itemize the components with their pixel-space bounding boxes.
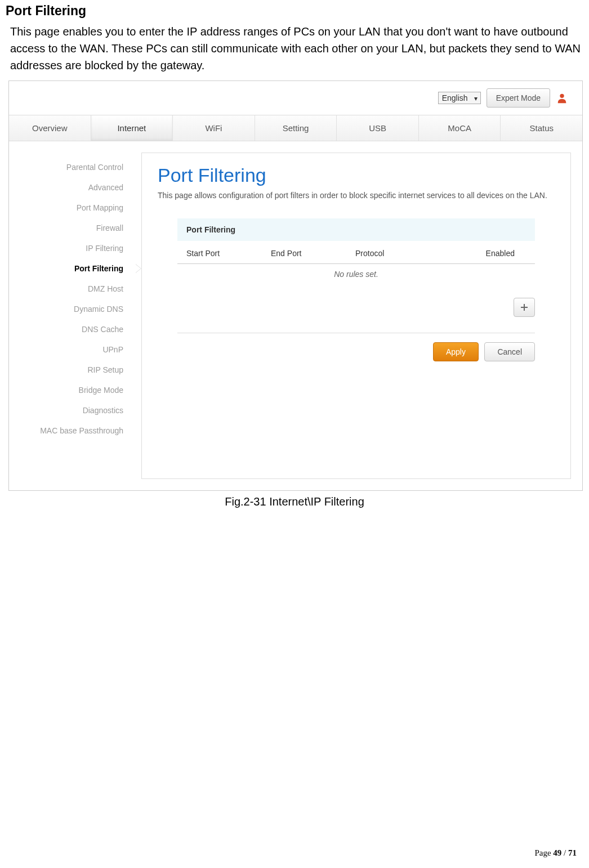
main-nav-tabs: Overview Internet WiFi Setting USB MoCA … bbox=[9, 115, 582, 141]
tab-usb[interactable]: USB bbox=[337, 115, 419, 141]
page-sep: / bbox=[561, 848, 568, 857]
sidebar-item-dynamic-dns[interactable]: Dynamic DNS bbox=[9, 299, 136, 319]
sidebar-item-diagnostics[interactable]: Diagnostics bbox=[9, 400, 136, 420]
form-section-title: Port Filtering bbox=[177, 218, 535, 241]
intro-text: This page enables you to enter the IP ad… bbox=[6, 23, 583, 80]
tab-wifi[interactable]: WiFi bbox=[173, 115, 255, 141]
expert-mode-button[interactable]: Expert Mode bbox=[487, 88, 550, 108]
sidebar-item-upnp[interactable]: UPnP bbox=[9, 339, 136, 360]
action-row: Apply Cancel bbox=[177, 333, 535, 361]
page-total: 71 bbox=[568, 848, 577, 857]
sidebar: Parental Control Advanced Port Mapping F… bbox=[9, 141, 136, 490]
add-rule-button[interactable] bbox=[514, 298, 535, 317]
figure-caption: Fig.2-31 Internet\IP Filtering bbox=[6, 491, 583, 513]
sidebar-item-firewall[interactable]: Firewall bbox=[9, 218, 136, 238]
page-label-prefix: Page bbox=[534, 848, 553, 857]
sidebar-item-port-mapping[interactable]: Port Mapping bbox=[9, 198, 136, 218]
sidebar-item-mac-passthrough[interactable]: MAC base Passthrough bbox=[9, 420, 136, 441]
apply-button[interactable]: Apply bbox=[433, 342, 479, 361]
plus-icon bbox=[520, 303, 529, 312]
port-filtering-form: Port Filtering Start Port End Port Proto… bbox=[158, 218, 555, 361]
tab-moca[interactable]: MoCA bbox=[419, 115, 501, 141]
sidebar-item-port-filtering[interactable]: Port Filtering bbox=[9, 258, 136, 279]
body-region: Parental Control Advanced Port Mapping F… bbox=[9, 141, 582, 490]
cancel-button[interactable]: Cancel bbox=[484, 342, 535, 361]
add-row bbox=[177, 293, 535, 333]
col-header-start-port: Start Port bbox=[186, 249, 271, 258]
sidebar-item-bridge-mode[interactable]: Bridge Mode bbox=[9, 380, 136, 400]
sidebar-item-ip-filtering[interactable]: IP Filtering bbox=[9, 238, 136, 258]
language-select[interactable]: English bbox=[438, 92, 481, 104]
col-header-end-port: End Port bbox=[271, 249, 355, 258]
sidebar-item-dmz-host[interactable]: DMZ Host bbox=[9, 279, 136, 299]
col-header-enabled: Enabled bbox=[479, 249, 526, 258]
table-header-row: Start Port End Port Protocol Enabled bbox=[177, 241, 535, 264]
sidebar-item-rip-setup[interactable]: RIP Setup bbox=[9, 360, 136, 380]
page-title: Port Filtering bbox=[6, 0, 583, 23]
content-panel: Port Filtering This page allows configur… bbox=[141, 153, 571, 479]
page-current: 49 bbox=[553, 848, 561, 857]
top-bar: English Expert Mode bbox=[9, 81, 582, 115]
page-footer: Page 49 / 71 bbox=[534, 848, 577, 858]
panel-heading: Port Filtering bbox=[158, 164, 555, 186]
language-select-wrap[interactable]: English bbox=[438, 93, 481, 103]
tab-internet[interactable]: Internet bbox=[91, 115, 173, 141]
sidebar-item-advanced[interactable]: Advanced bbox=[9, 177, 136, 198]
svg-point-0 bbox=[560, 94, 564, 98]
router-ui-screenshot: English Expert Mode Overview Internet Wi… bbox=[8, 80, 583, 491]
tab-overview[interactable]: Overview bbox=[9, 115, 91, 141]
no-rules-message: No rules set. bbox=[177, 264, 535, 293]
svg-rect-2 bbox=[521, 307, 528, 308]
tab-setting[interactable]: Setting bbox=[255, 115, 337, 141]
sidebar-item-parental-control[interactable]: Parental Control bbox=[9, 157, 136, 177]
panel-description: This page allows configuration of port f… bbox=[158, 190, 555, 202]
tab-status[interactable]: Status bbox=[501, 115, 582, 141]
col-header-protocol: Protocol bbox=[355, 249, 479, 258]
sidebar-item-dns-cache[interactable]: DNS Cache bbox=[9, 319, 136, 339]
user-account-icon[interactable] bbox=[556, 92, 568, 104]
